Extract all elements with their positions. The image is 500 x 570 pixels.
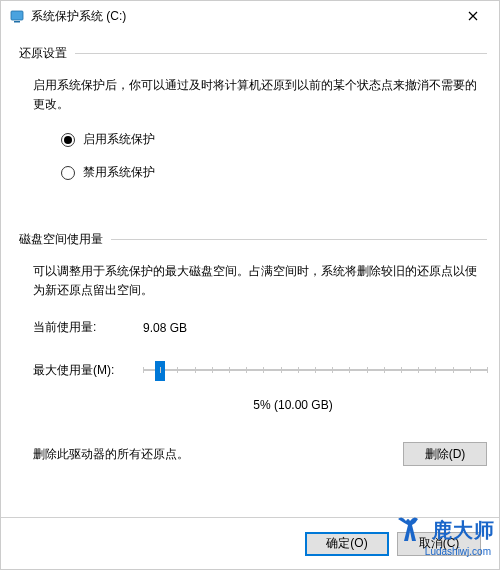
slider-tick [435,367,436,373]
radio-icon [61,166,75,180]
disk-description: 可以调整用于系统保护的最大磁盘空间。占满空间时，系统将删除较旧的还原点以便为新还… [33,262,483,299]
svg-rect-0 [11,11,23,20]
divider [75,53,487,54]
slider-tick [470,367,471,373]
title-bar: 系统保护系统 (C:) [1,1,499,31]
current-usage-label: 当前使用量: [33,319,143,336]
slider-tick [487,367,488,373]
section-label: 磁盘空间使用量 [19,231,111,248]
slider-tick [212,367,213,373]
delete-button[interactable]: 删除(D) [403,442,487,466]
current-usage-row: 当前使用量: 9.08 GB [33,319,487,336]
ok-button[interactable]: 确定(O) [305,532,389,556]
slider-tick [246,367,247,373]
slider-tick [263,367,264,373]
section-disk-usage: 磁盘空间使用量 [19,231,487,248]
dialog-button-bar: 确定(O) 取消(C) [1,517,499,569]
system-protection-icon [9,8,25,24]
restore-description: 启用系统保护后，你可以通过及时将计算机还原到以前的某个状态点来撤消不需要的更改。 [33,76,483,113]
max-usage-slider[interactable] [143,358,487,382]
current-usage-value: 9.08 GB [143,321,187,335]
radio-label: 禁用系统保护 [83,164,155,181]
radio-disable-protection[interactable]: 禁用系统保护 [61,164,487,181]
slider-tick [418,367,419,373]
slider-tick [281,367,282,373]
cancel-button[interactable]: 取消(C) [397,532,481,556]
slider-tick [367,367,368,373]
window-title: 系统保护系统 (C:) [31,8,453,25]
dialog-window: 系统保护系统 (C:) 还原设置 启用系统保护后，你可以通过及时将计算机还原到以… [0,0,500,570]
svg-rect-1 [14,21,20,23]
slider-tick [453,367,454,373]
section-restore-settings: 还原设置 [19,45,487,62]
slider-tick [229,367,230,373]
slider-tick [195,367,196,373]
delete-description: 删除此驱动器的所有还原点。 [33,446,403,463]
slider-caption: 5% (10.00 GB) [99,398,487,412]
section-label: 还原设置 [19,45,75,62]
slider-tick [298,367,299,373]
slider-tick [160,367,161,373]
max-usage-row: 最大使用量(M): [33,358,487,382]
slider-tick [349,367,350,373]
slider-tick [177,367,178,373]
radio-icon [61,133,75,147]
slider-tick [315,367,316,373]
slider-tick [332,367,333,373]
divider [111,239,487,240]
slider-tick [401,367,402,373]
slider-tick [384,367,385,373]
dialog-content: 还原设置 启用系统保护后，你可以通过及时将计算机还原到以前的某个状态点来撤消不需… [19,37,487,505]
delete-restore-points-row: 删除此驱动器的所有还原点。 删除(D) [33,442,487,466]
slider-tick [143,367,144,373]
max-usage-label: 最大使用量(M): [33,362,143,379]
protection-radio-group: 启用系统保护 禁用系统保护 [61,131,487,181]
radio-enable-protection[interactable]: 启用系统保护 [61,131,487,148]
radio-label: 启用系统保护 [83,131,155,148]
close-button[interactable] [453,2,493,30]
